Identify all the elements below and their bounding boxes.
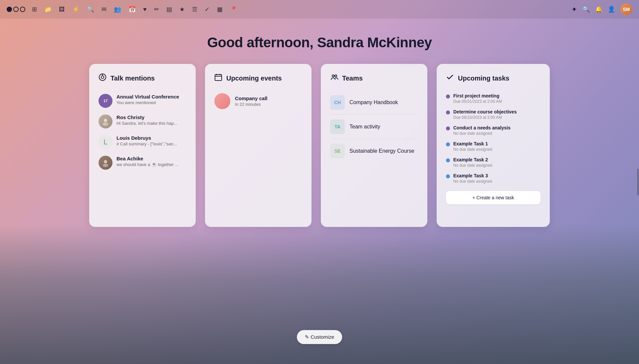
- image-icon[interactable]: 🖼: [59, 6, 65, 13]
- team-name-ch: Company Handbook: [349, 99, 398, 105]
- talk-icon: [99, 73, 106, 83]
- svg-point-12: [335, 75, 337, 77]
- task-text-1: Determine course objectives Due 06/15/20…: [453, 109, 517, 120]
- task-due-3: No due date assigned: [453, 147, 492, 152]
- upcoming-events-title: Upcoming events: [226, 75, 282, 82]
- customize-button[interactable]: ✎ Customize: [297, 330, 342, 344]
- task-dot-3: [446, 142, 450, 146]
- task-dot-1: [446, 110, 450, 114]
- event-avatar-company-call: [214, 93, 230, 109]
- list-icon[interactable]: ☰: [192, 6, 197, 13]
- mention-preview-louis: # Call summary - ["louis","san...: [116, 141, 186, 146]
- calendar-card-icon: [214, 73, 222, 83]
- upcoming-events-card: Upcoming events Company call in 22 minut…: [205, 64, 312, 227]
- greeting-text: Good afternoon, Sandra McKinney: [0, 19, 639, 64]
- task-due-5: No due date assigned: [453, 179, 492, 184]
- mail-icon[interactable]: ✉: [102, 6, 106, 13]
- calendar-icon[interactable]: 📅: [128, 6, 136, 13]
- task-item-4[interactable]: Example Task 2 No due date assigned: [446, 154, 540, 170]
- edit-icon[interactable]: ✏: [154, 6, 159, 13]
- location-icon[interactable]: 📍: [230, 6, 237, 13]
- teams-title: Teams: [342, 75, 363, 82]
- heart-icon[interactable]: ♥: [143, 6, 147, 13]
- mention-name-bea: Bea Achike: [116, 156, 186, 161]
- svg-point-4: [103, 122, 108, 126]
- contacts-icon[interactable]: 👥: [114, 6, 121, 13]
- event-name-company-call: Company call: [235, 95, 268, 101]
- svg-point-3: [104, 119, 107, 122]
- check-icon[interactable]: ✓: [205, 6, 210, 13]
- task-item-2[interactable]: Conduct a needs analysis No due date ass…: [446, 122, 540, 138]
- mention-text-bea: Bea Achike we should have a ☕ together .…: [116, 156, 186, 167]
- sparkle-icon[interactable]: ✦: [571, 5, 577, 13]
- topbar-right: ✦ 🔍 🔔 👤 SM: [571, 3, 632, 15]
- bell-icon[interactable]: 🔔: [595, 6, 602, 13]
- table-icon[interactable]: ▦: [217, 6, 223, 13]
- teams-card: Teams CH Company Handbook TA Team activi…: [321, 64, 427, 227]
- upcoming-tasks-card: Upcoming tasks First project meeting Due…: [437, 64, 550, 227]
- team-item-ta[interactable]: TA Team activity: [330, 115, 418, 139]
- folder-icon[interactable]: 📁: [44, 6, 52, 13]
- mention-text-conference: Annual Virtual Conference You were menti…: [116, 94, 186, 105]
- task-name-2: Conduct a needs analysis: [453, 125, 511, 130]
- mention-text-louis: Louis Debruys # Call summary - ["louis",…: [116, 135, 186, 146]
- search-icon[interactable]: 🔍: [87, 6, 94, 13]
- mention-avatar-bea: [99, 156, 112, 170]
- task-due-1: Due 06/15/2023 at 2:00 AM: [453, 115, 517, 120]
- teams-header: Teams: [330, 73, 418, 83]
- svg-rect-7: [215, 75, 222, 81]
- lightning-icon[interactable]: ⚡: [72, 6, 80, 13]
- avatar[interactable]: SM: [620, 3, 632, 15]
- upcoming-events-header: Upcoming events: [214, 73, 302, 83]
- task-name-5: Example Task 3: [453, 173, 492, 178]
- task-due-0: Due 05/31/2023 at 2:00 AM: [453, 99, 502, 104]
- mention-avatar-ros: [99, 114, 112, 128]
- mention-item-ros[interactable]: Ros Christy Hi Sandra, let's make this h…: [99, 111, 186, 132]
- task-item-1[interactable]: Determine course objectives Due 06/15/20…: [446, 106, 540, 122]
- search-right-icon[interactable]: 🔍: [582, 6, 590, 13]
- mention-preview-conference: You were mentioned: [116, 100, 186, 105]
- mention-item-bea[interactable]: Bea Achike we should have a ☕ together .…: [99, 152, 186, 173]
- task-item-3[interactable]: Example Task 1 No due date assigned: [446, 138, 540, 154]
- upcoming-tasks-header: Upcoming tasks: [446, 73, 540, 83]
- topbar: ⊞ 📁 🖼 ⚡ 🔍 ✉ 👥 📅 ♥ ✏ ▤ ★ ☰ ✓ ▦ 📍 ✦ 🔍 🔔 👤 …: [0, 0, 639, 19]
- task-text-4: Example Task 2 No due date assigned: [453, 157, 492, 168]
- task-item-5[interactable]: Example Task 3 No due date assigned: [446, 170, 540, 186]
- contact-icon[interactable]: 👤: [608, 6, 615, 13]
- svg-point-11: [332, 75, 334, 77]
- task-due-4: No due date assigned: [453, 163, 492, 168]
- task-dot-4: [446, 158, 450, 162]
- task-dot-5: [446, 174, 450, 178]
- event-text-company-call: Company call in 22 minutes: [235, 95, 268, 107]
- task-item-0[interactable]: First project meeting Due 05/31/2023 at …: [446, 91, 540, 106]
- grid-icon[interactable]: ⊞: [32, 6, 37, 13]
- mention-preview-ros: Hi Sandra, let's make this hap...: [116, 121, 186, 126]
- task-due-2: No due date assigned: [453, 131, 511, 136]
- mention-item-louis[interactable]: L Louis Debruys # Call summary - ["louis…: [99, 132, 186, 152]
- mention-name-louis: Louis Debruys: [116, 135, 186, 141]
- task-dot-2: [446, 126, 450, 130]
- check-tasks-icon: [446, 73, 454, 83]
- star-icon[interactable]: ★: [179, 6, 185, 13]
- logo[interactable]: [7, 7, 25, 12]
- task-dot-0: [446, 94, 450, 98]
- create-task-button[interactable]: + Create a new task: [446, 191, 540, 204]
- scrollbar[interactable]: [637, 169, 639, 195]
- event-time-company-call: in 22 minutes: [235, 102, 268, 107]
- team-item-ch[interactable]: CH Company Handbook: [330, 91, 418, 115]
- task-text-0: First project meeting Due 05/31/2023 at …: [453, 93, 502, 104]
- svg-point-1: [101, 76, 104, 79]
- task-name-1: Determine course objectives: [453, 109, 517, 114]
- team-item-se[interactable]: SE Sustainable Energy Course: [330, 139, 418, 163]
- topbar-icons: ⊞ 📁 🖼 ⚡ 🔍 ✉ 👥 📅 ♥ ✏ ▤ ★ ☰ ✓ ▦ 📍: [32, 6, 571, 13]
- team-name-ta: Team activity: [349, 124, 380, 130]
- mention-item-conference[interactable]: 17 Annual Virtual Conference You were me…: [99, 91, 186, 111]
- talk-mentions-card: Talk mentions 17 Annual Virtual Conferen…: [89, 64, 196, 227]
- mention-avatar-louis: L: [99, 135, 112, 149]
- event-item-company-call[interactable]: Company call in 22 minutes: [214, 91, 302, 112]
- layers-icon[interactable]: ▤: [166, 6, 172, 13]
- upcoming-tasks-title: Upcoming tasks: [458, 75, 509, 82]
- team-badge-ch: CH: [330, 95, 345, 110]
- task-text-2: Conduct a needs analysis No due date ass…: [453, 125, 511, 136]
- task-text-5: Example Task 3 No due date assigned: [453, 173, 492, 184]
